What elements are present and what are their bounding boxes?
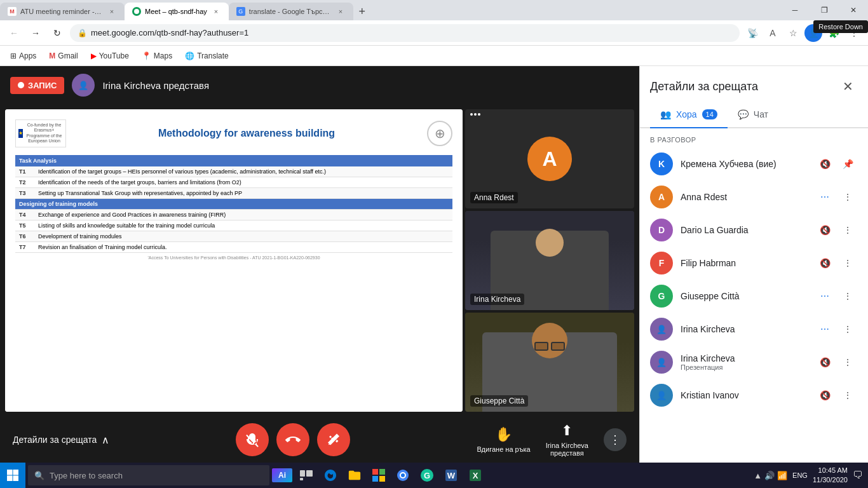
taskbar-store[interactable] [367, 464, 390, 487]
giuseppe-more-icon[interactable]: ⋮ [837, 286, 858, 306]
tab-meet-close[interactable]: × [211, 6, 221, 17]
detail-text: Детайли за срещата [13, 435, 97, 445]
bookmark-icon[interactable]: ☆ [784, 24, 802, 42]
table-row: T1 Identification of the target groups –… [15, 166, 452, 177]
taskbar-edge[interactable] [319, 464, 342, 487]
translate-bookmark-icon: 🌐 [185, 51, 194, 60]
google-favicon: G [236, 7, 245, 16]
close-button[interactable]: ✕ [839, 0, 868, 20]
anna-controls: ⋯ ⋮ [815, 187, 858, 207]
network-icon[interactable]: ▲ [754, 471, 762, 480]
kremena-pin-icon[interactable]: 📌 [837, 154, 858, 174]
end-call-button[interactable] [276, 423, 309, 456]
tab-meet[interactable]: Meet – qtb-sndf-hay × [125, 3, 229, 20]
svg-text:X: X [473, 471, 478, 480]
irina1-more-icon[interactable]: ⋮ [837, 319, 858, 339]
kremena-mute-icon[interactable]: 🔇 [815, 154, 835, 174]
forward-button[interactable]: → [27, 24, 44, 42]
raise-hand-control[interactable]: ✋ Вдигане на ръка [477, 426, 530, 453]
sidebar-tabs: 👥 Хора 14 💬 Чат [640, 102, 868, 128]
anna-dots-icon[interactable]: ⋯ [815, 187, 835, 207]
anna-name-label: Anna Rdest [470, 192, 518, 203]
table-row-highlight: Designing of training models [15, 198, 452, 209]
grammarly-icon: G [420, 468, 434, 482]
list-item: G Giuseppe Città ⋯ ⋮ [640, 280, 868, 313]
record-button[interactable]: ЗАПИС [10, 77, 64, 94]
bookmark-gmail[interactable]: M Gmail [44, 49, 83, 63]
network-wifi-icon[interactable]: 📶 [777, 471, 787, 480]
table-row: T4 Exchange of experience and Good Pract… [15, 209, 452, 220]
start-button[interactable] [0, 463, 25, 488]
filip-mute-icon[interactable]: 🔇 [815, 253, 835, 273]
participant-name-dario: Dario La Guardia [681, 225, 807, 235]
in-call-label: В РАЗГОВОР [640, 128, 868, 147]
search-icon: 🔍 [34, 471, 44, 480]
tab-chat[interactable]: 💬 Чат [728, 102, 778, 127]
sidebar-close-button[interactable]: ✕ [837, 76, 858, 97]
chevron-up-icon[interactable]: ∧ [102, 434, 109, 446]
taskbar-explorer[interactable] [343, 464, 366, 487]
presenting-control[interactable]: ⬆ Irina Kirchevaпредставя [546, 423, 588, 457]
irina2-more-icon[interactable]: ⋮ [837, 352, 858, 372]
irina1-dots-icon[interactable]: ⋯ [815, 319, 835, 339]
participant-name-irina2: Irina Kircheva [681, 353, 807, 363]
refresh-button[interactable]: ↻ [48, 24, 66, 42]
taskbar-word[interactable]: W [440, 464, 463, 487]
dario-mute-icon[interactable]: 🔇 [815, 220, 835, 240]
taskbar-grammarly[interactable]: G [416, 464, 438, 487]
apps-icon: ⊞ [10, 51, 17, 60]
anna-more-icon[interactable]: ⋮ [837, 187, 858, 207]
task-id-t4: T4 [15, 209, 34, 220]
bookmark-maps[interactable]: 📍 Maps [137, 49, 177, 63]
camera-mute-button[interactable] [317, 423, 350, 456]
taskbar-chrome[interactable] [391, 464, 414, 487]
tab-translate[interactable]: G translate - Google Търсене × [229, 3, 353, 20]
back-button[interactable]: ← [5, 24, 23, 42]
tab-translate-close[interactable]: × [336, 6, 346, 17]
svg-rect-7 [372, 469, 378, 475]
time-block[interactable]: 10:45 AM 11/30/2020 [813, 466, 848, 485]
svg-text:G: G [424, 471, 430, 480]
giuseppe-face [532, 323, 567, 358]
restore-button[interactable]: ❐ [810, 0, 839, 20]
taskbar: 🔍 Type here to search Ai [0, 463, 868, 488]
cast-icon[interactable]: 📡 [743, 24, 761, 42]
notification-icon[interactable]: 🗨 [853, 470, 863, 481]
task-text-t6: Development of training modules [34, 231, 452, 241]
minimize-button[interactable]: ─ [780, 0, 810, 20]
microphone-muted-icon [245, 432, 260, 447]
kristian-mute-icon[interactable]: 🔇 [815, 385, 835, 405]
more-options-button[interactable]: ⋮ [604, 428, 627, 451]
irina2-mute-icon[interactable]: 🔇 [815, 352, 835, 372]
taskbar-taskview[interactable] [295, 464, 318, 487]
svg-rect-10 [379, 476, 385, 482]
svg-rect-5 [306, 470, 313, 477]
url-bar[interactable]: 🔒 meet.google.com/qtb-sndf-hay?authuser=… [70, 24, 740, 42]
tab-gmail[interactable]: M ATU meeting reminder - vfu-pro... × [0, 3, 125, 20]
taskbar-search[interactable]: 🔍 Type here to search [28, 465, 269, 485]
translate-icon[interactable]: A [764, 24, 782, 42]
dario-more-icon[interactable]: ⋮ [837, 220, 858, 240]
giuseppe-dots-icon[interactable]: ⋯ [815, 286, 835, 306]
new-tab-button[interactable]: + [353, 3, 371, 20]
tab-gmail-close[interactable]: × [107, 6, 117, 17]
filip-more-icon[interactable]: ⋮ [837, 253, 858, 273]
taskbar-apps: G W X [292, 464, 749, 487]
mute-button[interactable] [236, 423, 269, 456]
bookmark-youtube[interactable]: ▶ YouTube [86, 49, 134, 63]
kristian-more-icon[interactable]: ⋮ [837, 385, 858, 405]
speaker-icon[interactable]: 🔊 [764, 471, 775, 480]
tab-people[interactable]: 👥 Хора 14 [650, 102, 728, 127]
url-text: meet.google.com/qtb-sndf-hay?authuser=1 [91, 28, 248, 37]
taskbar-excel[interactable]: X [464, 464, 487, 487]
irina2-controls: 🔇 ⋮ [815, 352, 858, 372]
tab-gmail-label: ATU meeting reminder - vfu-pro... [20, 8, 103, 15]
bookmark-apps[interactable]: ⊞ Apps [5, 49, 41, 63]
language-indicator[interactable]: ENG [792, 471, 808, 479]
window-controls: ─ ❐ ✕ [780, 0, 868, 20]
participant-avatar-kremena: K [650, 152, 673, 175]
list-item: A Anna Rdest ⋯ ⋮ [640, 180, 868, 214]
tab-translate-label: translate - Google Търсене [249, 8, 332, 15]
bookmark-translate[interactable]: 🌐 Translate [180, 49, 234, 63]
taskbar-ai-button[interactable]: Ai [272, 468, 292, 482]
